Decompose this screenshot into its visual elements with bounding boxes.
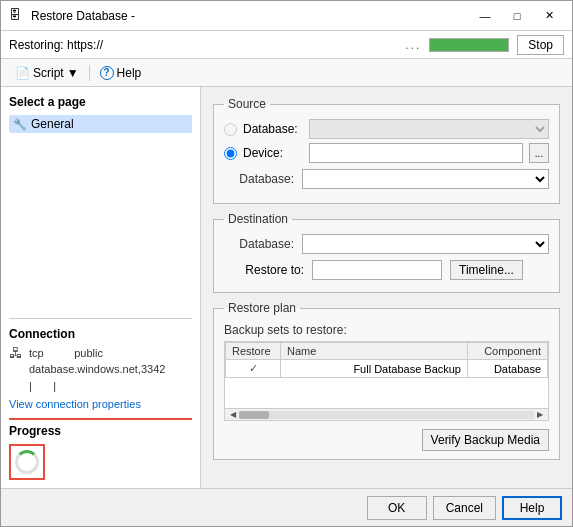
table-row[interactable]: ✓ Full Database Backup Database <box>226 360 548 378</box>
database-select[interactable] <box>309 119 549 139</box>
source-fieldset: Source Database: Device: https:// ... <box>213 97 560 204</box>
sidebar: Select a page 🔧 General Connection 🖧 tcp… <box>1 87 201 488</box>
database-radio-label: Database: <box>243 122 303 136</box>
restore-plan-fieldset: Restore plan Backup sets to restore: Res… <box>213 301 560 460</box>
help-toolbar-button[interactable]: ? Help <box>94 64 148 82</box>
device-radio-row: Device: https:// ... <box>224 143 549 163</box>
scroll-left-arrow[interactable]: ◀ <box>227 409 239 421</box>
horizontal-scrollbar: ◀ ▶ <box>225 408 548 420</box>
bottom-bar: OK Cancel Help <box>1 488 572 526</box>
progress-section: Progress <box>9 418 192 480</box>
source-legend: Source <box>224 97 270 111</box>
destination-fieldset: Destination Database: Restore to: The la… <box>213 212 560 293</box>
row-component: Database <box>468 360 548 378</box>
stop-button[interactable]: Stop <box>517 35 564 55</box>
connection-pipes: | | <box>29 378 165 395</box>
connection-section: Connection 🖧 tcp public database.windows… <box>9 318 192 411</box>
script-icon: 📄 <box>15 66 30 80</box>
row-name: Full Database Backup <box>281 360 468 378</box>
progress-bar <box>429 38 509 52</box>
pipe1: | <box>29 380 32 392</box>
connection-line1: tcp public <box>29 345 165 362</box>
destination-database-label: Database: <box>224 237 294 251</box>
device-input[interactable]: https:// <box>309 143 523 163</box>
status-bar: Restoring: https:// ... Stop <box>1 31 572 59</box>
source-radio-group: Database: Device: https:// ... <box>224 119 549 163</box>
main-content: Select a page 🔧 General Connection 🖧 tcp… <box>1 87 572 488</box>
restore-to-label: Restore to: <box>224 263 304 277</box>
script-dropdown-icon: ▼ <box>67 66 79 80</box>
connection-server: public <box>74 347 103 359</box>
help-toolbar-label: Help <box>117 66 142 80</box>
script-button[interactable]: 📄 Script ▼ <box>9 64 85 82</box>
source-database-select[interactable] <box>302 169 549 189</box>
sidebar-general-label: General <box>31 117 74 131</box>
connection-line2: database.windows.net,3342 <box>29 361 165 378</box>
select-page-title: Select a page <box>9 95 192 109</box>
hscroll-track <box>239 411 534 419</box>
backup-table-header: Restore Name Component <box>226 343 548 360</box>
maximize-button[interactable]: □ <box>502 6 532 26</box>
backup-table-body: ✓ Full Database Backup Database <box>226 360 548 378</box>
restoring-status: Restoring: https:// <box>9 38 397 52</box>
verify-backup-button[interactable]: Verify Backup Media <box>422 429 549 451</box>
destination-legend: Destination <box>224 212 292 226</box>
view-connection-link[interactable]: View connection properties <box>9 398 192 410</box>
hscroll-thumb[interactable] <box>239 411 269 419</box>
cancel-button[interactable]: Cancel <box>433 496 496 520</box>
col-component: Component <box>468 343 548 360</box>
network-icon: 🖧 <box>9 345 23 361</box>
database-radio-row: Database: <box>224 119 549 139</box>
scroll-right-arrow[interactable]: ▶ <box>534 409 546 421</box>
wrench-icon: 🔧 <box>13 118 27 131</box>
connection-protocol: tcp <box>29 347 44 359</box>
status-dots: ... <box>405 38 421 52</box>
pipe2: | <box>53 380 56 392</box>
toolbar-separator <box>89 65 90 81</box>
spinner <box>15 450 39 474</box>
toolbar: 📄 Script ▼ ? Help <box>1 59 572 87</box>
sidebar-item-general[interactable]: 🔧 General <box>9 115 192 133</box>
minimize-button[interactable]: — <box>470 6 500 26</box>
title-bar-controls: — □ ✕ <box>470 6 564 26</box>
title-bar: 🗄 Restore Database - — □ ✕ <box>1 1 572 31</box>
device-radio-label: Device: <box>243 146 303 160</box>
right-panel: Source Database: Device: https:// ... <box>201 87 572 488</box>
restore-to-row: Restore to: The last back Timeline... <box>224 260 549 280</box>
progress-title: Progress <box>9 424 192 438</box>
script-label: Script <box>33 66 64 80</box>
spinner-container <box>9 444 45 480</box>
restore-to-input[interactable]: The last back <box>312 260 442 280</box>
destination-database-select[interactable] <box>302 234 549 254</box>
timeline-button[interactable]: Timeline... <box>450 260 523 280</box>
restore-plan-legend: Restore plan <box>224 301 300 315</box>
backup-sets-label: Backup sets to restore: <box>224 323 549 337</box>
device-browse-button[interactable]: ... <box>529 143 549 163</box>
ok-button[interactable]: OK <box>367 496 427 520</box>
progress-bar-fill <box>430 39 508 51</box>
source-database-label: Database: <box>224 172 294 186</box>
destination-database-row: Database: <box>224 234 549 254</box>
device-radio[interactable] <box>224 147 237 160</box>
connection-title: Connection <box>9 327 192 341</box>
backup-table: Restore Name Component ✓ Full Database B… <box>225 342 548 378</box>
window-icon: 🗄 <box>9 8 25 24</box>
connection-info: 🖧 tcp public database.windows.net,3342 | <box>9 345 192 395</box>
help-circle-icon: ? <box>100 66 114 80</box>
database-radio[interactable] <box>224 123 237 136</box>
row-restore: ✓ <box>226 360 281 378</box>
title-bar-text: Restore Database - <box>31 9 470 23</box>
close-button[interactable]: ✕ <box>534 6 564 26</box>
col-restore: Restore <box>226 343 281 360</box>
source-database-row: Database: <box>224 169 549 189</box>
restore-database-window: 🗄 Restore Database - — □ ✕ Restoring: ht… <box>0 0 573 527</box>
connection-text: tcp public database.windows.net,3342 | | <box>29 345 165 395</box>
col-name: Name <box>281 343 468 360</box>
help-button[interactable]: Help <box>502 496 562 520</box>
